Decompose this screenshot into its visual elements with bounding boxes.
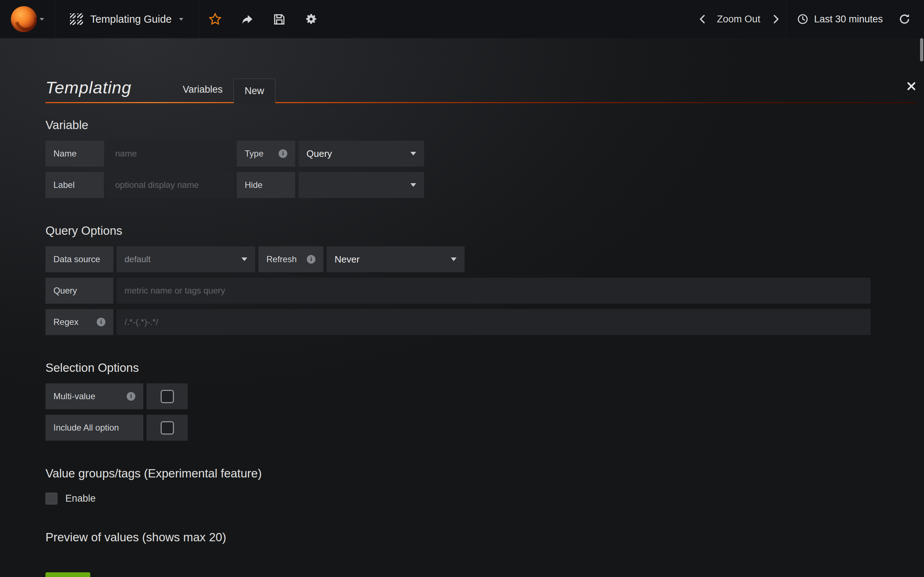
- enable-row: Enable: [45, 493, 917, 504]
- variable-section-heading: Variable: [45, 118, 917, 132]
- chevron-left-icon: [697, 14, 708, 24]
- label-input[interactable]: [107, 172, 234, 198]
- preview-heading: Preview of values (shows max 20): [45, 530, 917, 544]
- multi-value-label: Multi-value i: [45, 384, 143, 409]
- include-all-checkbox[interactable]: [161, 421, 174, 435]
- zoom-out-button[interactable]: Zoom Out: [712, 14, 765, 25]
- time-shift-back-button[interactable]: [694, 0, 712, 38]
- type-select-value: Query: [307, 148, 332, 160]
- value-groups-heading: Value groups/tags (Experimental feature): [45, 467, 917, 480]
- close-icon: [906, 81, 917, 92]
- name-label: Name: [45, 141, 104, 167]
- tab-new[interactable]: New: [234, 79, 275, 103]
- templating-editor: Templating Variables New Variable Name T…: [0, 38, 924, 577]
- header-accent-line: [45, 102, 917, 103]
- datasource-select[interactable]: default: [116, 246, 255, 272]
- navbar-right-group: Zoom Out Last 30 minutes: [694, 0, 924, 38]
- add-button[interactable]: Add: [45, 572, 90, 577]
- caret-down-icon: [40, 18, 44, 21]
- refresh-select[interactable]: Never: [327, 246, 465, 272]
- time-shift-forward-button[interactable]: [765, 0, 786, 38]
- info-icon[interactable]: i: [127, 392, 135, 401]
- refresh-icon: [898, 13, 911, 26]
- info-icon[interactable]: i: [279, 149, 287, 158]
- caret-down-icon: [179, 18, 183, 21]
- variable-label-row: Label Hide: [45, 172, 917, 198]
- time-range-label: Last 30 minutes: [814, 14, 883, 25]
- clock-icon: [796, 13, 809, 25]
- caret-down-icon: [241, 258, 247, 261]
- query-row: Query: [45, 278, 917, 304]
- dashboard-icon: [70, 13, 83, 25]
- grafana-menu-button[interactable]: [0, 0, 55, 38]
- multi-value-row: Multi-value i: [45, 384, 917, 409]
- refresh-label: Refresh i: [258, 246, 323, 272]
- include-all-label: Include All option: [45, 415, 143, 441]
- tab-variables[interactable]: Variables: [172, 84, 234, 103]
- enable-checkbox[interactable]: [45, 493, 57, 504]
- include-all-checkbox-cell[interactable]: [147, 415, 188, 441]
- editor-header: Templating Variables New: [45, 38, 917, 103]
- enable-label: Enable: [65, 493, 96, 504]
- query-input[interactable]: [116, 278, 871, 304]
- share-icon: [241, 13, 254, 26]
- info-icon[interactable]: i: [307, 255, 315, 264]
- include-all-row: Include All option: [45, 415, 917, 441]
- close-editor-button[interactable]: [906, 81, 917, 93]
- editor-tabs: Variables New: [172, 79, 275, 103]
- multi-value-checkbox-cell[interactable]: [147, 384, 188, 409]
- name-input[interactable]: [107, 141, 234, 167]
- multi-value-checkbox[interactable]: [161, 390, 174, 403]
- info-icon[interactable]: i: [97, 318, 105, 326]
- dashboard-settings-button[interactable]: [295, 0, 327, 38]
- chevron-right-icon: [770, 14, 781, 24]
- page-title: Templating: [45, 77, 131, 97]
- variable-name-row: Name Type i Query: [45, 141, 917, 167]
- query-label: Query: [45, 278, 113, 304]
- label-label: Label: [45, 172, 104, 198]
- datasource-row: Data source default Refresh i Never: [45, 246, 917, 272]
- star-icon: [208, 12, 222, 26]
- scrollbar-thumb[interactable]: [920, 38, 923, 61]
- caret-down-icon: [451, 258, 457, 261]
- type-label: Type i: [237, 141, 295, 167]
- refresh-dashboard-button[interactable]: [893, 0, 924, 38]
- hide-select[interactable]: [299, 172, 424, 198]
- selection-options-heading: Selection Options: [45, 361, 917, 375]
- caret-down-icon: [410, 152, 416, 155]
- type-select[interactable]: Query: [299, 141, 424, 167]
- grafana-logo: [11, 6, 37, 32]
- regex-label: Regex i: [45, 309, 113, 335]
- regex-row: Regex i: [45, 309, 917, 335]
- datasource-label: Data source: [45, 246, 113, 272]
- refresh-select-value: Never: [334, 254, 360, 265]
- star-dashboard-button[interactable]: [199, 0, 231, 38]
- dashboard-title-button[interactable]: Templating Guide: [55, 0, 199, 38]
- datasource-select-value: default: [124, 254, 150, 264]
- share-dashboard-button[interactable]: [231, 0, 263, 38]
- dashboard-title: Templating Guide: [90, 13, 172, 25]
- caret-down-icon: [410, 183, 416, 187]
- top-navbar: Templating Guide Zoom Out: [0, 0, 924, 38]
- time-range-picker[interactable]: Last 30 minutes: [786, 0, 893, 38]
- settings-gear-icon: [304, 12, 318, 26]
- save-icon: [273, 13, 286, 26]
- hide-label: Hide: [237, 172, 295, 198]
- save-dashboard-button[interactable]: [263, 0, 295, 38]
- query-options-heading: Query Options: [45, 224, 917, 238]
- regex-input[interactable]: [116, 309, 871, 335]
